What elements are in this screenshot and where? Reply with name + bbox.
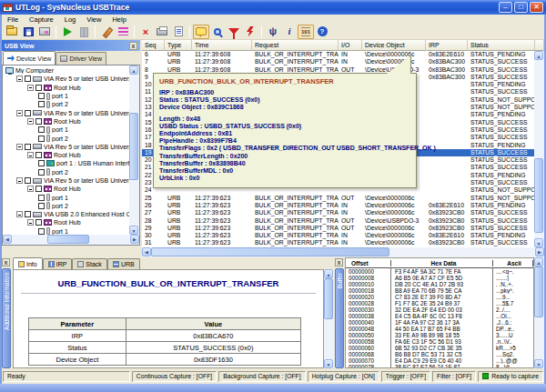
log-row-29[interactable]: 29URB11:27:39:623BULK_OR_INTERRUPT_TRANS… [142,225,535,232]
column-header-status[interactable]: Status [468,40,535,51]
log-row-27[interactable]: 27URB11:27:39:623BULK_OR_INTERRUPT_TRANS… [142,209,535,216]
scroll-down-icon[interactable]: ▼ [129,226,138,235]
scroll-left-icon[interactable]: ◀ [142,247,151,256]
tree-item-port-2[interactable]: port 2 [4,100,129,108]
open-button[interactable] [4,25,20,39]
menu-help[interactable]: Help [106,15,131,24]
collapse-icon[interactable] [16,211,23,217]
collapse-icon[interactable] [27,118,34,125]
usb-view-close-icon[interactable]: x [129,42,137,50]
trigger-button[interactable] [242,25,258,39]
column-header-request[interactable]: Request [252,40,339,51]
hex-pane-close-icon[interactable]: x [335,258,343,266]
scroll-right-icon[interactable]: ▶ [130,235,139,244]
tree-item-checkbox[interactable] [38,101,45,107]
info-button[interactable]: i [281,25,298,39]
tree-item-checkbox[interactable] [38,126,45,133]
log-row-6[interactable]: 6URB11:27:39:608BULK_OR_INTERRUPT_TRANSF… [142,51,535,58]
tree-item-checkbox[interactable] [38,195,45,201]
edit-capture-button[interactable] [98,25,115,39]
collapse-icon[interactable] [16,110,23,116]
tree-item-checkbox[interactable] [35,152,42,158]
minimize-button[interactable]: – [499,2,512,13]
log-row-31[interactable]: 31URB11:27:39:623BULK_OR_INTERRUPT_TRANS… [142,239,535,246]
scrollbar-thumb[interactable] [534,266,543,317]
tab-urb[interactable]: URB [107,258,140,269]
tab-device-view[interactable]: Device View [3,51,56,65]
scroll-up-icon[interactable]: ▲ [324,269,333,278]
collapse-icon[interactable] [16,75,23,82]
clear-button[interactable]: × [137,25,154,39]
log-row-7[interactable]: 7URB11:27:39:608BULK_OR_INTERRUPT_TRANSF… [142,58,535,65]
collapse-icon[interactable] [27,85,34,91]
tree-item-port-1[interactable]: port 1 [4,193,129,201]
tree-item-root-hub[interactable]: Root Hub [4,185,129,193]
tree-item-root-hub[interactable]: Root Hub [4,151,129,159]
close-button[interactable]: ✕ [530,2,543,13]
tree-vertical-scrollbar[interactable]: ▲▼ [129,65,139,235]
tree-item-checkbox[interactable] [38,160,45,166]
tree-horizontal-scrollbar[interactable]: ◀▶ [3,235,139,245]
tree-item-checkbox[interactable] [25,144,31,150]
log-horizontal-scrollbar[interactable]: ◀▶ [142,247,544,257]
collapse-icon[interactable] [27,219,34,226]
column-header-deviceobject[interactable]: Device Object [362,40,426,51]
scroll-up-icon[interactable]: ▲ [534,257,543,266]
menu-view[interactable]: View [81,15,106,24]
log-row-25[interactable]: 25URB11:27:39:623BULK_OR_INTERRUPT_TRANS… [142,195,535,202]
log-row-28[interactable]: 28URB11:27:39:623BULK_OR_INTERRUPT_TRANS… [142,217,535,225]
tree-item-root-hub[interactable]: Root Hub [4,117,129,126]
export-button[interactable] [36,25,53,39]
menu-log[interactable]: Log [59,15,82,24]
usb-plug-button[interactable]: ψ [265,25,281,39]
collapse-icon[interactable] [27,186,34,192]
collapse-icon[interactable] [16,144,23,150]
column-header-irp[interactable]: IRP [426,40,468,51]
tree-item-port-1-usb-human-interface-d[interactable]: port 1 : USB Human Interface D [4,159,129,167]
log-row-30[interactable]: 30URB11:27:39:623BULK_OR_INTERRUPT_TRANS… [142,232,535,239]
maximize-button[interactable]: □ [514,2,528,13]
tree-item-checkbox[interactable] [38,203,45,209]
column-header-io[interactable]: I/O [339,40,362,51]
scroll-down-icon[interactable]: ▼ [324,359,333,368]
tree-item-port-2[interactable]: port 2 [4,168,129,176]
tree-item-checkbox[interactable] [25,177,31,184]
scroll-left-icon[interactable]: ◀ [3,235,12,244]
tab-irp[interactable]: IRP [43,258,73,269]
scrollbar-thumb[interactable] [534,158,543,233]
tree-item-checkbox[interactable] [25,110,31,116]
info-pane-close-icon[interactable]: x [2,258,10,266]
tree-item-checkbox[interactable] [38,169,45,176]
info-vertical-scrollbar[interactable]: ▲▼ [324,269,334,368]
collapse-icon[interactable] [27,152,34,158]
filter-button[interactable] [226,25,242,39]
menu-file[interactable]: File [2,15,24,24]
tab-stack[interactable]: Stack [72,258,107,269]
column-header-seq[interactable]: Seq [142,40,165,51]
scroll-down-icon[interactable]: ▼ [534,238,543,247]
start-capture-button[interactable] [59,25,76,39]
tree-item-checkbox[interactable] [35,186,42,192]
tree-item-checkbox[interactable] [38,136,45,142]
tree-item-port-1[interactable]: port 1 [4,92,129,100]
save-button[interactable] [20,25,36,39]
tree-item-via-rev-5-or-later-usb-univers[interactable]: VIA Rev 5 or later USB Universal Host C [4,143,129,151]
help-button[interactable]: ? [314,25,330,39]
tree-item-root-hub[interactable]: Root Hub [4,218,129,226]
scrollbar-thumb[interactable] [324,278,333,319]
log-vertical-scrollbar[interactable]: ▲▼ [534,51,544,247]
scroll-up-icon[interactable]: ▲ [129,65,138,75]
tree-item-checkbox[interactable] [25,211,31,217]
tree-item-via-rev-5-or-later-usb-univers[interactable]: VIA Rev 5 or later USB Universal Host C [4,75,129,83]
log-columns-button[interactable] [115,25,131,39]
tree-item-port-1[interactable]: port 1 [4,126,129,134]
tree-item-checkbox[interactable] [25,75,31,82]
scroll-right-icon[interactable]: ▶ [535,247,544,256]
tree-item-checkbox[interactable] [35,219,42,226]
tree-item-my-computer[interactable]: My Computer [4,66,129,75]
scroll-down-icon[interactable]: ▼ [534,359,543,368]
column-header-time[interactable]: Time [192,40,252,51]
pause-capture-button[interactable] [76,25,92,39]
print-button[interactable] [154,25,170,39]
tree-item-port-2[interactable]: port 2 [4,202,129,210]
